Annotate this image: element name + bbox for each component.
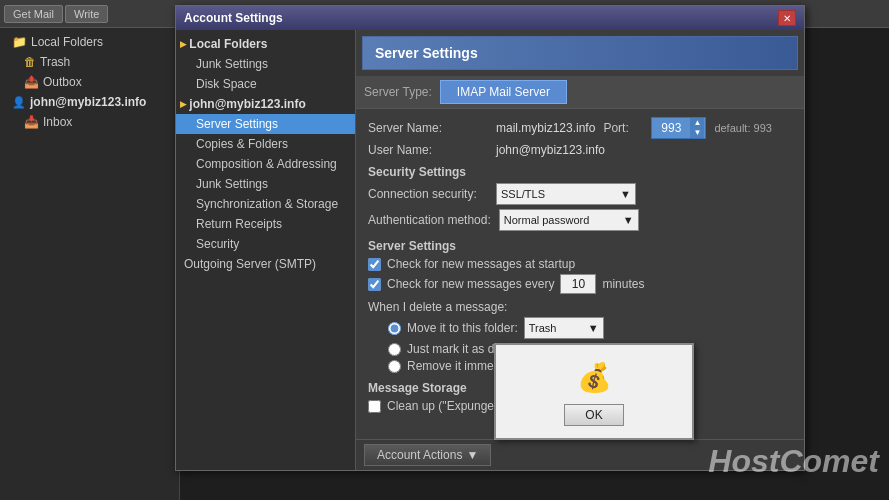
connection-security-label: Connection security: (368, 187, 488, 201)
dialog-body: ▸ Local Folders Junk Settings Disk Space… (176, 30, 804, 470)
server-name-label: Server Name: (368, 121, 488, 135)
port-down-button[interactable]: ▼ (690, 128, 704, 138)
auth-method-row: Authentication method: Normal password ▼ (368, 209, 792, 231)
inbox-icon: 📥 (24, 115, 39, 129)
sidebar-item-inbox[interactable]: 📥 Inbox (0, 112, 179, 132)
dialog-sidebar-account[interactable]: ▸ john@mybiz123.info (176, 94, 355, 114)
check-startup-checkbox[interactable] (368, 258, 381, 271)
dialog-sidebar-composition[interactable]: Composition & Addressing (176, 154, 355, 174)
auth-method-select[interactable]: Normal password ▼ (499, 209, 639, 231)
username-value: john@mybiz123.info (496, 143, 605, 157)
check-startup-row: Check for new messages at startup (368, 257, 792, 271)
ok-dialog: 💰 OK (494, 343, 694, 440)
sidebar-item-trash[interactable]: 🗑 Trash (0, 52, 179, 72)
dialog-sidebar-copies-folders[interactable]: Copies & Folders (176, 134, 355, 154)
dialog-title: Account Settings (184, 11, 283, 25)
dialog-sidebar-disk-space[interactable]: Disk Space (176, 74, 355, 94)
port-default: default: 993 (714, 122, 772, 134)
remove-immediately-radio[interactable] (388, 360, 401, 373)
sidebar-item-outbox[interactable]: 📤 Outbox (0, 72, 179, 92)
dialog-titlebar: Account Settings ✕ (176, 6, 804, 30)
delete-section-label: When I delete a message: (368, 300, 792, 314)
connection-security-row: Connection security: SSL/TLS ▼ (368, 183, 792, 205)
dialog-close-button[interactable]: ✕ (778, 10, 796, 26)
dialog-sidebar-local-folders[interactable]: ▸ Local Folders (176, 34, 355, 54)
server-type-bar: Server Type: IMAP Mail Server (356, 76, 804, 109)
account-folder-icon: ▸ (180, 97, 189, 111)
dropdown-arrow-icon: ▼ (466, 448, 478, 462)
clean-up-checkbox[interactable] (368, 400, 381, 413)
check-every-checkbox[interactable] (368, 278, 381, 291)
get-mail-button[interactable]: Get Mail (4, 5, 63, 23)
just-mark-radio[interactable] (388, 343, 401, 356)
dialog-sidebar: ▸ Local Folders Junk Settings Disk Space… (176, 30, 356, 470)
move-to-folder-row: Move it to this folder: Trash ▼ (388, 317, 792, 339)
outbox-icon: 📤 (24, 75, 39, 89)
local-folder-icon: ▸ (180, 37, 189, 51)
imap-tab[interactable]: IMAP Mail Server (440, 80, 567, 104)
port-input-container: 993 ▲ ▼ (651, 117, 706, 139)
write-button[interactable]: Write (65, 5, 108, 23)
trash-icon: 🗑 (24, 55, 36, 69)
dialog-sidebar-security[interactable]: Security (176, 234, 355, 254)
dialog-sidebar-outgoing[interactable]: Outgoing Server (SMTP) (176, 254, 355, 274)
chevron-down-icon-3: ▼ (588, 322, 599, 334)
port-label: Port: (603, 121, 643, 135)
security-section-header: Security Settings (368, 165, 792, 179)
dialog-sidebar-sync[interactable]: Synchronization & Storage (176, 194, 355, 214)
dialog-sidebar-server-settings[interactable]: Server Settings (176, 114, 355, 134)
server-name-row: Server Name: mail.mybiz123.info Port: 99… (368, 117, 792, 139)
account-settings-dialog: Account Settings ✕ ▸ Local Folders Junk … (175, 5, 805, 471)
dialog-sidebar-junk-settings[interactable]: Junk Settings (176, 54, 355, 74)
folder-icon: 📁 (12, 35, 27, 49)
ok-button[interactable]: OK (564, 404, 624, 426)
username-row: User Name: john@mybiz123.info (368, 143, 792, 157)
dialog-sidebar-junk[interactable]: Junk Settings (176, 174, 355, 194)
dialog-footer: Account Actions ▼ (356, 439, 804, 470)
port-up-button[interactable]: ▲ (690, 118, 704, 128)
server-settings-section-header: Server Settings (368, 239, 792, 253)
check-interval-input[interactable]: 10 (560, 274, 596, 294)
auth-method-label: Authentication method: (368, 213, 491, 227)
sidebar: 📁 Local Folders 🗑 Trash 📤 Outbox 👤 john@… (0, 28, 180, 500)
account-actions-button[interactable]: Account Actions ▼ (364, 444, 491, 466)
dialog-sidebar-receipts[interactable]: Return Receipts (176, 214, 355, 234)
ok-dialog-icon: 💰 (577, 361, 612, 394)
check-every-row: Check for new messages every 10 minutes (368, 274, 792, 294)
account-actions-label: Account Actions (377, 448, 462, 462)
chevron-down-icon-2: ▼ (623, 214, 634, 226)
server-name-value: mail.mybiz123.info (496, 121, 595, 135)
connection-security-select[interactable]: SSL/TLS ▼ (496, 183, 636, 205)
settings-header: Server Settings (362, 36, 798, 70)
server-type-label: Server Type: (364, 85, 432, 99)
trash-folder-select[interactable]: Trash ▼ (524, 317, 604, 339)
sidebar-item-local-folders[interactable]: 📁 Local Folders (0, 32, 179, 52)
port-field[interactable]: 993 (652, 121, 690, 135)
sidebar-item-account[interactable]: 👤 john@mybiz123.info (0, 92, 179, 112)
account-icon: 👤 (12, 96, 26, 109)
username-label: User Name: (368, 143, 488, 157)
port-spinner: ▲ ▼ (690, 118, 704, 138)
move-to-folder-radio[interactable] (388, 322, 401, 335)
chevron-down-icon: ▼ (620, 188, 631, 200)
